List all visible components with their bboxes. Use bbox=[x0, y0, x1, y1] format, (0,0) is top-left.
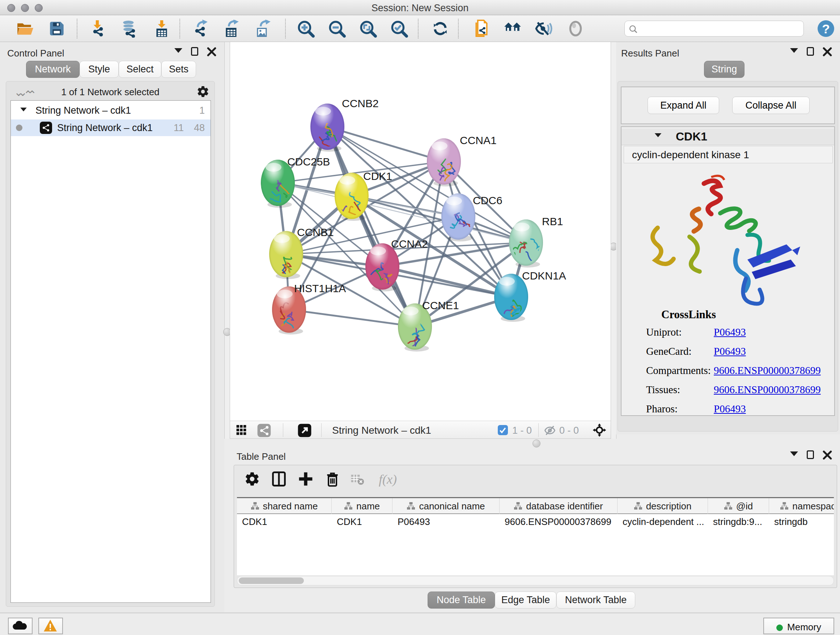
tab-select[interactable]: Select bbox=[118, 61, 161, 78]
hide-selected-icon[interactable] bbox=[535, 19, 553, 38]
gene-collapse-icon[interactable] bbox=[655, 133, 662, 137]
expand-all-button[interactable]: Expand All bbox=[647, 97, 719, 114]
export-table-icon[interactable] bbox=[223, 19, 241, 38]
delete-column-icon[interactable] bbox=[325, 471, 340, 487]
show-columns-icon[interactable] bbox=[271, 471, 287, 487]
crosslink-link[interactable]: P06493 bbox=[714, 403, 746, 415]
table-cell[interactable]: CDK1 bbox=[337, 516, 390, 527]
import-network-file-icon[interactable] bbox=[88, 19, 106, 38]
column-header-canonical-name[interactable]: canonical name bbox=[393, 498, 500, 514]
selected-checkbox-icon[interactable] bbox=[498, 425, 508, 435]
table-cell[interactable]: CDK1 bbox=[242, 516, 330, 527]
cloud-button[interactable] bbox=[8, 618, 33, 634]
scrollbar-thumb[interactable] bbox=[239, 578, 304, 584]
table-panel-menu-icon[interactable] bbox=[790, 451, 801, 461]
table-cell[interactable]: 9606.ENSP00000378699 bbox=[505, 516, 615, 527]
network-node-ccne1[interactable]: CCNE1 bbox=[398, 299, 459, 352]
zoom-selected-icon[interactable] bbox=[390, 19, 408, 38]
column-header-description[interactable]: description bbox=[617, 498, 708, 514]
crosslink-label: Tissues: bbox=[646, 384, 680, 396]
splitter-grip[interactable] bbox=[532, 440, 540, 448]
horizontal-splitter[interactable] bbox=[230, 439, 840, 450]
node-table[interactable]: shared namenamecanonical namedatabase id… bbox=[237, 497, 834, 575]
collection-expand-icon[interactable] bbox=[20, 108, 27, 111]
add-column-icon[interactable] bbox=[298, 471, 314, 487]
table-panel-close-icon[interactable] bbox=[823, 450, 834, 460]
collapse-all-button[interactable]: Collapse All bbox=[732, 97, 810, 114]
results-panel-float-icon[interactable] bbox=[807, 47, 818, 57]
column-header-shared-name[interactable]: shared name bbox=[237, 498, 332, 514]
network-collection-row[interactable]: String Network – cdk1 1 bbox=[11, 103, 210, 119]
table-cell[interactable]: stringdb:9... bbox=[713, 516, 767, 527]
control-panel-float-icon[interactable] bbox=[191, 47, 202, 57]
share-document-icon[interactable] bbox=[472, 19, 490, 38]
toolbar-divider bbox=[458, 19, 459, 38]
show-all-icon[interactable] bbox=[567, 19, 584, 38]
results-panel-menu-icon[interactable] bbox=[790, 48, 801, 57]
tab-sets[interactable]: Sets bbox=[161, 61, 196, 78]
table-panel-float-icon[interactable] bbox=[807, 450, 818, 460]
network-overview-icon[interactable] bbox=[504, 19, 522, 38]
crosslink-link[interactable]: P06493 bbox=[714, 326, 746, 338]
gene-section-header[interactable]: CDK1 bbox=[622, 128, 834, 145]
import-table-icon[interactable] bbox=[153, 19, 171, 38]
refresh-layout-icon[interactable] bbox=[431, 19, 449, 38]
table-cell[interactable]: cyclin-dependent ... bbox=[622, 516, 706, 527]
warning-button[interactable] bbox=[38, 618, 63, 634]
network-node-rb1[interactable]: RB1 bbox=[509, 215, 563, 268]
open-in-window-icon[interactable] bbox=[297, 423, 312, 438]
network-node-cdkn1a[interactable]: CDKN1A bbox=[494, 270, 566, 322]
network-node-hist1h1a[interactable]: HIST1H1A bbox=[272, 282, 346, 334]
string-results-panel: Expand All Collapse All CDK1 cyclin-depe… bbox=[617, 81, 838, 432]
node-label-rb1: RB1 bbox=[542, 215, 563, 227]
network-row-selected[interactable]: String Network – cdk1 11 48 bbox=[11, 119, 210, 136]
left-splitter[interactable] bbox=[224, 42, 230, 439]
tab-network[interactable]: Network bbox=[26, 61, 80, 78]
table-options-gear-icon[interactable] bbox=[244, 471, 260, 487]
tab-edge-table[interactable]: Edge Table bbox=[495, 592, 556, 608]
cloud-icon bbox=[12, 620, 28, 631]
column-header-database-identifier[interactable]: database identifier bbox=[500, 498, 617, 514]
tab-node-table[interactable]: Node Table bbox=[428, 592, 495, 608]
network-edge[interactable] bbox=[289, 310, 415, 326]
import-network-database-icon[interactable] bbox=[120, 19, 138, 38]
crosslink-link[interactable]: P06493 bbox=[714, 345, 746, 357]
tab-network-table[interactable]: Network Table bbox=[556, 592, 635, 608]
node-label-hist1h1a: HIST1H1A bbox=[294, 282, 346, 295]
export-network-icon[interactable] bbox=[192, 19, 210, 38]
memory-button[interactable]: Memory bbox=[763, 618, 834, 634]
results-panel-close-icon[interactable] bbox=[823, 47, 834, 57]
tab-string[interactable]: String bbox=[704, 61, 745, 78]
table-cell[interactable]: P06493 bbox=[398, 516, 497, 527]
network-node-cdc25b[interactable]: CDC25B bbox=[261, 156, 330, 208]
column-header-name[interactable]: name bbox=[332, 498, 393, 514]
table-horizontal-scrollbar[interactable] bbox=[237, 576, 834, 585]
network-canvas[interactable]: CCNB2CCNA1CDC25BCDK1CDC6RB1CCNB1CCNA2CDK… bbox=[230, 42, 611, 421]
crosslink-link[interactable]: 9606.ENSP00000378699 bbox=[714, 364, 821, 377]
zoom-out-icon[interactable] bbox=[328, 19, 346, 38]
string-style-toggle-icon[interactable] bbox=[257, 423, 271, 438]
column-type-icon bbox=[344, 502, 353, 510]
zoom-fit-icon[interactable] bbox=[359, 19, 377, 38]
network-view-dot-icon bbox=[16, 125, 22, 131]
export-image-icon[interactable] bbox=[254, 19, 272, 38]
save-session-icon[interactable] bbox=[48, 19, 66, 38]
search-input[interactable] bbox=[641, 22, 800, 35]
birdseye-grid-icon[interactable] bbox=[236, 423, 250, 438]
network-edge[interactable] bbox=[382, 266, 511, 297]
control-panel-menu-icon[interactable] bbox=[174, 48, 185, 57]
right-splitter[interactable] bbox=[611, 42, 616, 439]
network-options-gear-icon[interactable] bbox=[196, 85, 210, 98]
table-cell[interactable]: stringdb bbox=[774, 516, 834, 527]
crosslink-link[interactable]: 9606.ENSP00000378699 bbox=[714, 384, 821, 396]
zoom-in-icon[interactable] bbox=[297, 19, 315, 38]
pan-move-icon[interactable] bbox=[592, 423, 607, 438]
control-panel-close-icon[interactable] bbox=[207, 47, 218, 57]
network-view-toolbar: String Network – cdk1 1 - 0 0 - 0 bbox=[230, 421, 611, 439]
open-session-icon[interactable] bbox=[16, 19, 34, 38]
column-header--id[interactable]: @id bbox=[708, 498, 769, 514]
tab-style[interactable]: Style bbox=[80, 61, 118, 78]
column-header-namespace[interactable]: namespace bbox=[769, 498, 834, 514]
help-icon[interactable]: ? bbox=[817, 19, 835, 38]
table-header-row[interactable]: shared namenamecanonical namedatabase id… bbox=[237, 498, 834, 514]
